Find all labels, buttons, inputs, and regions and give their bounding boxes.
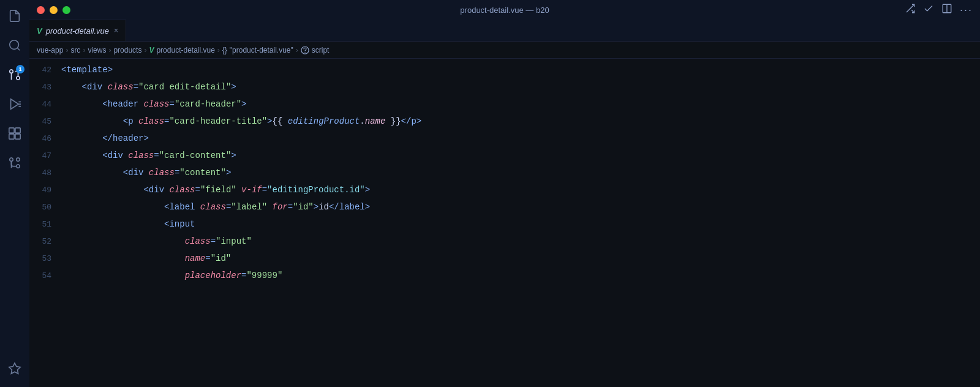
line-content-48[interactable]: <div class="content"> <box>61 164 980 181</box>
line-content-43[interactable]: <div class="card edit-detail"> <box>61 78 980 96</box>
line-number-52: 52 <box>29 233 61 250</box>
split-editor-icon[interactable] <box>941 3 952 17</box>
code-line-50: 50 <label class="label" for="id">id</lab… <box>29 198 980 216</box>
svg-marker-5 <box>11 99 19 110</box>
breadcrumb-filename[interactable]: product-detail.vue <box>156 46 214 54</box>
code-line-46: 46 </header> <box>29 130 980 147</box>
svg-rect-12 <box>15 134 20 139</box>
line-content-52[interactable]: class="input" <box>61 233 980 250</box>
code-line-47: 47 <div class="card-content"> <box>29 147 980 164</box>
close-button[interactable] <box>37 6 45 14</box>
code-line-51: 51 <input <box>29 216 980 233</box>
svg-line-1 <box>17 48 20 50</box>
traffic-lights <box>37 6 70 14</box>
svg-point-14 <box>10 158 13 162</box>
svg-point-22 <box>304 52 306 53</box>
vue-tab-icon: V <box>37 26 42 36</box>
breadcrumb-views[interactable]: views <box>88 46 106 54</box>
code-line-48: 48 <div class="content"> <box>29 164 980 181</box>
svg-rect-11 <box>9 134 14 139</box>
line-number-48: 48 <box>29 165 61 182</box>
code-view: 42 <template> 43 <div class="card edit-d… <box>29 59 980 387</box>
source-control-icon[interactable]: 1 <box>4 64 26 86</box>
line-content-42[interactable]: <template> <box>61 61 980 78</box>
line-number-49: 49 <box>29 182 61 199</box>
title-bar-actions: ··· <box>905 3 973 17</box>
breadcrumb-script[interactable]: script <box>312 46 330 54</box>
svg-point-15 <box>17 158 20 162</box>
files-icon[interactable] <box>4 5 26 27</box>
line-number-46: 46 <box>29 130 61 148</box>
line-number-43: 43 <box>29 79 61 96</box>
breadcrumb-obj-icon: {} <box>222 46 227 54</box>
code-line-49: 49 <div class="field" v-if="editingProdu… <box>29 181 980 198</box>
code-line-43: 43 <div class="card edit-detail"> <box>29 78 980 96</box>
line-number-54: 54 <box>29 268 61 285</box>
line-content-45[interactable]: <p class="card-header-title">{{ editingP… <box>61 113 980 130</box>
breadcrumb-obj-label[interactable]: "product-detail.vue" <box>230 46 293 54</box>
breadcrumb-vue-app[interactable]: vue-app <box>37 46 63 54</box>
activity-bar: 1 <box>0 0 29 387</box>
line-content-47[interactable]: <div class="card-content"> <box>61 147 980 164</box>
run-debug-icon[interactable] <box>4 93 26 115</box>
accounts-icon[interactable] <box>4 358 26 380</box>
title-bar: product-detail.vue — b20 <box>29 0 980 20</box>
code-line-42: 42 <template> <box>29 61 980 78</box>
source-control-action-icon[interactable] <box>905 3 916 17</box>
svg-point-0 <box>10 40 19 50</box>
code-line-45: 45 <p class="card-header-title">{{ editi… <box>29 113 980 130</box>
check-icon[interactable] <box>923 3 934 17</box>
activity-bar-bottom <box>4 358 26 387</box>
source-control-badge: 1 <box>16 65 24 73</box>
tab-bar: V product-detail.vue × <box>29 20 980 42</box>
line-content-50[interactable]: <label class="label" for="id">id</label> <box>61 198 980 216</box>
extensions-icon[interactable] <box>4 122 26 145</box>
line-number-50: 50 <box>29 199 61 216</box>
tab-product-detail[interactable]: V product-detail.vue × <box>29 20 126 41</box>
line-number-51: 51 <box>29 216 61 233</box>
editor-area[interactable]: 42 <template> 43 <div class="card edit-d… <box>29 59 980 387</box>
line-number-44: 44 <box>29 96 61 113</box>
line-content-44[interactable]: <header class="card-header"> <box>61 96 980 113</box>
svg-rect-9 <box>9 128 14 133</box>
code-line-44: 44 <header class="card-header"> <box>29 96 980 113</box>
svg-rect-10 <box>15 128 20 133</box>
code-line-54: 54 placeholder="99999" <box>29 267 980 284</box>
tab-close-button[interactable]: × <box>114 26 118 35</box>
breadcrumb-script-icon <box>301 45 309 54</box>
pull-requests-icon[interactable] <box>4 152 26 174</box>
search-icon[interactable] <box>4 34 26 56</box>
svg-marker-16 <box>9 363 20 374</box>
tab-label: product-detail.vue <box>46 26 109 36</box>
breadcrumb-products[interactable]: products <box>113 46 141 54</box>
line-content-53[interactable]: name="id" <box>61 250 980 267</box>
svg-point-2 <box>17 77 20 80</box>
maximize-button[interactable] <box>62 6 70 14</box>
line-number-42: 42 <box>29 62 61 79</box>
svg-point-13 <box>17 165 20 168</box>
line-content-46[interactable]: </header> <box>61 130 980 147</box>
breadcrumb-src[interactable]: src <box>70 46 80 54</box>
window-title: product-detail.vue — b20 <box>460 6 549 15</box>
minimize-button[interactable] <box>50 6 58 14</box>
code-line-52: 52 class="input" <box>29 233 980 250</box>
line-content-49[interactable]: <div class="field" v-if="editingProduct.… <box>61 181 980 198</box>
breadcrumb: vue-app › src › views › products › V pro… <box>29 42 980 59</box>
line-content-51[interactable]: <input <box>61 216 980 233</box>
svg-point-3 <box>10 70 13 73</box>
editor-main: product-detail.vue — b20 <box>29 0 980 387</box>
code-line-53: 53 name="id" <box>29 250 980 267</box>
breadcrumb-vue-icon: V <box>149 46 154 54</box>
more-options-icon[interactable]: ··· <box>960 4 973 17</box>
line-content-54[interactable]: placeholder="99999" <box>61 267 980 284</box>
line-number-45: 45 <box>29 113 61 130</box>
line-number-47: 47 <box>29 148 61 165</box>
line-number-53: 53 <box>29 250 61 268</box>
